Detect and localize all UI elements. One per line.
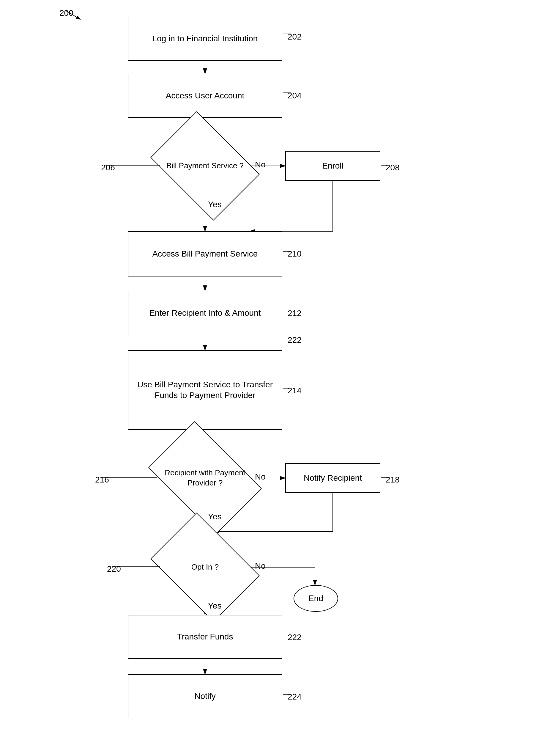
node-212: Enter Recipient Info & Amount [128,291,282,335]
node-218: Notify Recipient [285,463,380,493]
ref-224: 224 [287,692,301,702]
node-208: Enroll [285,151,380,181]
label-yes-206: Yes [208,200,222,209]
svg-line-18 [65,10,80,19]
node-204: Access User Account [128,74,282,118]
node-222: Transfer Funds [128,615,282,659]
ref-212: 212 [287,309,301,318]
title-arrow [65,10,83,22]
label-no-206: No [255,160,266,169]
node-214: Use Bill Payment Service to Transfer Fun… [128,350,282,430]
node-224: Notify [128,674,282,718]
ref-216: 216 [95,475,109,485]
node-end: End [293,585,338,612]
node-206: Bill Payment Service ? [161,133,250,199]
ref-220: 220 [107,564,121,574]
flowchart-diagram: 200 Log in to Financial Institution 202 … [0,0,550,756]
ref-208: 208 [386,163,400,172]
label-no-216: No [255,472,266,482]
node-210: Access Bill Payment Service [128,231,282,276]
ref-218: 218 [386,475,400,485]
ref-222-b: 222 [287,633,301,642]
label-yes-216: Yes [208,512,222,521]
ref-214: 214 [287,386,301,395]
node-216: Recipient with Payment Provider ? [158,445,253,511]
ref-210: 210 [287,249,301,259]
node-202: Log in to Financial Institution [128,17,282,61]
ref-206: 206 [101,163,115,172]
label-no-220: No [255,561,266,571]
label-yes-220: Yes [208,601,222,611]
node-220: Opt In ? [161,535,250,600]
ref-222: 222 [287,335,301,345]
